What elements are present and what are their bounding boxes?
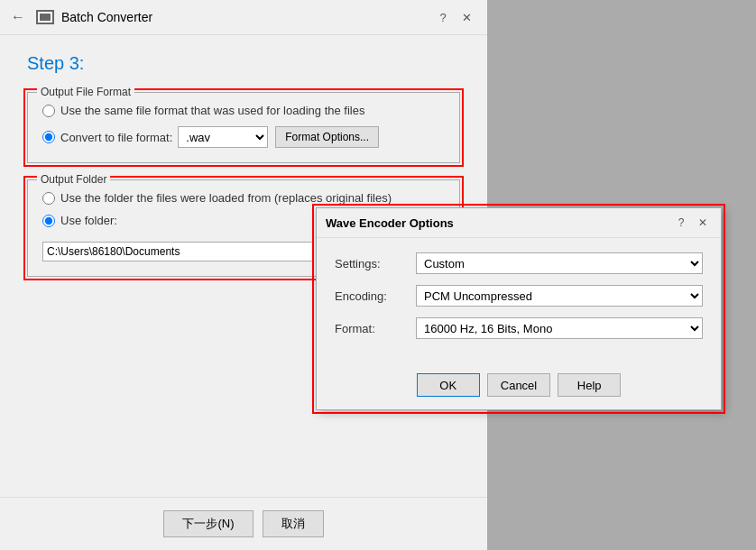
output-folder-label: Output Folder	[37, 173, 110, 186]
format-option1-row: Use the same file format that was used f…	[42, 104, 445, 117]
main-window: ← Batch Converter ? ✕ Step 3: Output Fil…	[0, 0, 487, 550]
format-option1-radio[interactable]	[42, 105, 55, 117]
app-icon	[36, 10, 54, 24]
dialog-help-btn2[interactable]: Help	[558, 373, 621, 397]
format-row-label: Format:	[335, 322, 407, 335]
close-button[interactable]: ✕	[456, 7, 476, 27]
dialog-cancel-button[interactable]: Cancel	[487, 373, 550, 397]
format-select-row: .wav .mp3 .ogg .flac Format Options...	[178, 126, 379, 148]
dialog-ok-button[interactable]: OK	[417, 373, 480, 397]
cancel-button[interactable]: 取消	[263, 510, 324, 537]
format-option2-radio[interactable]	[42, 131, 55, 143]
dialog-controls: ? ✕	[672, 214, 712, 232]
format-row-dropdown[interactable]: 16000 Hz, 16 Bits, Mono 44100 Hz, 16 Bit…	[416, 317, 703, 339]
format-option1-label: Use the same file format that was used f…	[60, 104, 364, 117]
dialog-title-bar: Wave Encoder Options ? ✕	[317, 208, 721, 238]
title-bar: ← Batch Converter ? ✕	[0, 0, 487, 35]
encoding-label: Encoding:	[335, 289, 407, 303]
format-options-button[interactable]: Format Options...	[275, 126, 379, 148]
folder-option1-label: Use the folder the files were loaded fro…	[60, 191, 392, 205]
folder-option1-row: Use the folder the files were loaded fro…	[42, 191, 445, 205]
folder-option2-radio[interactable]	[42, 215, 55, 227]
window-controls: ? ✕	[433, 7, 476, 27]
encoding-dropdown[interactable]: PCM Uncompressed ADPCM	[416, 285, 703, 307]
output-file-format-label: Output File Format	[37, 86, 134, 98]
window-title: Batch Converter	[61, 10, 152, 24]
folder-option1-radio[interactable]	[42, 192, 55, 205]
help-button[interactable]: ?	[433, 7, 453, 27]
wave-encoder-dialog: Wave Encoder Options ? ✕ Settings: Custo…	[316, 207, 722, 410]
dialog-title: Wave Encoder Options	[326, 216, 454, 230]
dialog-help-button[interactable]: ?	[672, 214, 690, 232]
bottom-bar: 下一步(N) 取消	[0, 497, 487, 550]
back-button[interactable]: ←	[11, 9, 25, 25]
dialog-close-button[interactable]: ✕	[694, 214, 712, 232]
format-option2-label: Convert to file format:	[60, 131, 172, 144]
dialog-content: Settings: Custom Default CD Quality Enco…	[317, 238, 721, 364]
settings-label: Settings:	[335, 257, 407, 270]
format-dropdown[interactable]: .wav .mp3 .ogg .flac	[178, 126, 268, 148]
format-option2-row: Convert to file format: .wav .mp3 .ogg .…	[42, 126, 445, 148]
folder-path-input[interactable]	[42, 242, 313, 261]
settings-row: Settings: Custom Default CD Quality	[335, 252, 703, 274]
encoding-row: Encoding: PCM Uncompressed ADPCM	[335, 285, 703, 307]
folder-option2-label: Use folder:	[60, 214, 117, 227]
output-file-format-group: Output File Format Use the same file for…	[27, 92, 460, 163]
step-title: Step 3:	[27, 53, 460, 74]
settings-dropdown[interactable]: Custom Default CD Quality	[416, 252, 703, 274]
next-button[interactable]: 下一步(N)	[163, 510, 253, 537]
format-row: Format: 16000 Hz, 16 Bits, Mono 44100 Hz…	[335, 317, 703, 339]
dialog-footer: OK Cancel Help	[317, 364, 721, 409]
